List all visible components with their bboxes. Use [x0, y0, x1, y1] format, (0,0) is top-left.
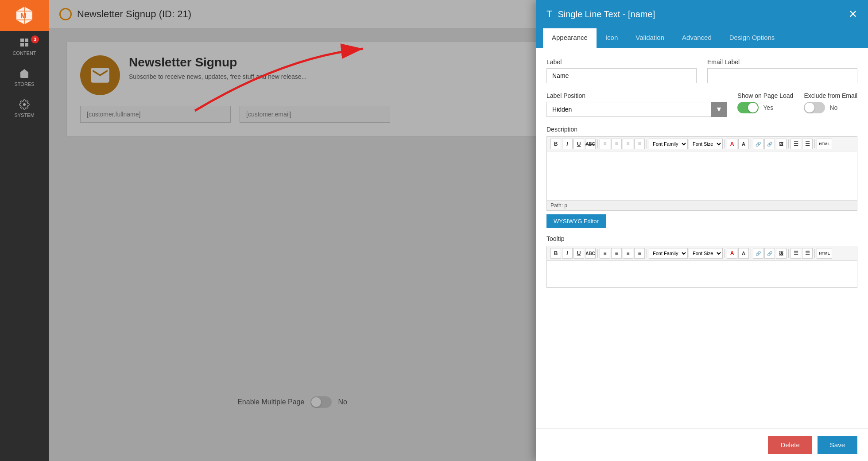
- tooltip-highlight[interactable]: A: [738, 248, 749, 259]
- toolbar-separator-2: [647, 139, 647, 148]
- tab-appearance[interactable]: Appearance: [543, 28, 597, 48]
- tooltip-underline-button[interactable]: U: [574, 248, 584, 259]
- justify-button[interactable]: ≡: [634, 139, 645, 149]
- label-position-group: Label Position Hidden Above Below Left R…: [546, 92, 727, 117]
- tooltip-strikethrough-button[interactable]: ABC: [585, 248, 596, 259]
- toolbar-separator-6: [814, 139, 815, 148]
- modal-tabs: Appearance Icon Validation Advanced Desi…: [536, 28, 868, 48]
- tooltip-link[interactable]: 🔗: [753, 248, 763, 259]
- sidebar-item-system[interactable]: SYSTEM: [0, 93, 49, 124]
- tooltip-italic-button[interactable]: I: [562, 248, 573, 259]
- svg-text:M: M: [20, 12, 26, 19]
- save-button[interactable]: Save: [818, 436, 857, 454]
- font-color-button[interactable]: A: [727, 139, 737, 149]
- image-button[interactable]: 🖼: [776, 139, 787, 149]
- exclude-from-email-group: Exclude from Email No: [804, 92, 857, 113]
- align-center-button[interactable]: ≡: [611, 139, 622, 149]
- email-label-group: Email Label: [707, 58, 857, 83]
- tooltip-editor: B I U ABC ≡ ≡ ≡ ≡ Font Family: [546, 246, 857, 288]
- tab-design-options[interactable]: Design Options: [721, 28, 784, 48]
- toolbar-separator-3: [725, 139, 725, 148]
- unlink-button[interactable]: 🔗: [764, 139, 775, 149]
- tooltip-toolbar: B I U ABC ≡ ≡ ≡ ≡ Font Family: [547, 246, 857, 261]
- toolbar-separator-1: [597, 139, 598, 148]
- tooltip-separator-5: [788, 249, 789, 258]
- sidebar-item-content[interactable]: 3 CONTENT: [0, 31, 49, 62]
- description-section: Description B I U ABC ≡ ≡ ≡ ≡ F: [546, 126, 857, 235]
- show-on-page-load-row: Yes: [737, 102, 793, 113]
- tab-advanced[interactable]: Advanced: [673, 28, 721, 48]
- options-row: Label Position Hidden Above Below Left R…: [546, 92, 857, 117]
- svg-rect-4: [25, 43, 28, 46]
- underline-button[interactable]: U: [574, 139, 584, 149]
- tab-icon[interactable]: Icon: [597, 28, 627, 48]
- label-position-label: Label Position: [546, 92, 727, 99]
- email-label-input[interactable]: [707, 68, 857, 83]
- wysiwyg-editor-button[interactable]: WYSIWYG Editor: [546, 214, 606, 228]
- email-label-field-label: Email Label: [707, 58, 857, 66]
- tooltip-justify[interactable]: ≡: [634, 248, 645, 259]
- strikethrough-button[interactable]: ABC: [585, 139, 596, 149]
- label-position-select-wrapper: Hidden Above Below Left Right ▼: [546, 102, 727, 117]
- label-position-select[interactable]: Hidden Above Below Left Right: [546, 102, 727, 117]
- bold-button[interactable]: B: [550, 139, 561, 149]
- align-left-button[interactable]: ≡: [600, 139, 610, 149]
- ul-button[interactable]: ☰: [790, 139, 801, 149]
- description-editor-body[interactable]: [547, 151, 857, 200]
- modal-title: Single Line Text - [name]: [558, 9, 843, 19]
- tooltip-align-right[interactable]: ≡: [623, 248, 633, 259]
- sidebar-item-content-label: CONTENT: [12, 50, 36, 56]
- tooltip-ol[interactable]: ☰: [802, 248, 813, 259]
- label-field-label: Label: [546, 58, 697, 66]
- tooltip-separator-2: [647, 249, 647, 258]
- font-family-select-desc[interactable]: Font Family: [649, 139, 688, 149]
- tooltip-label: Tooltip: [546, 235, 857, 242]
- label-group: Label: [546, 58, 697, 83]
- tooltip-separator-1: [597, 249, 598, 258]
- modal-header: T Single Line Text - [name] ✕: [536, 0, 868, 28]
- font-family-select-tooltip[interactable]: Font Family: [649, 248, 688, 259]
- tab-validation[interactable]: Validation: [627, 28, 673, 48]
- modal-close-button[interactable]: ✕: [849, 9, 857, 19]
- link-button[interactable]: 🔗: [753, 139, 763, 149]
- tooltip-unlink[interactable]: 🔗: [764, 248, 775, 259]
- tooltip-section: Tooltip B I U ABC ≡ ≡ ≡ ≡ Font: [546, 235, 857, 288]
- align-right-button[interactable]: ≡: [623, 139, 633, 149]
- modal-footer: Delete Save: [536, 428, 868, 461]
- tooltip-bold-button[interactable]: B: [550, 248, 561, 259]
- tooltip-ul[interactable]: ☰: [790, 248, 801, 259]
- exclude-from-email-row: No: [804, 102, 857, 113]
- html-button[interactable]: HTML: [817, 139, 832, 149]
- modal-body: Label Email Label Label Position Hidden …: [536, 48, 868, 428]
- highlight-button[interactable]: A: [738, 139, 749, 149]
- description-label: Description: [546, 126, 857, 133]
- description-toolbar: B I U ABC ≡ ≡ ≡ ≡ Font Family: [547, 137, 857, 151]
- description-editor: B I U ABC ≡ ≡ ≡ ≡ Font Family: [546, 136, 857, 211]
- tooltip-font-color[interactable]: A: [727, 248, 737, 259]
- svg-rect-3: [20, 43, 24, 46]
- tooltip-align-center[interactable]: ≡: [611, 248, 622, 259]
- tooltip-separator-3: [725, 249, 725, 258]
- tooltip-separator-6: [814, 249, 815, 258]
- tooltip-html[interactable]: HTML: [817, 248, 832, 259]
- modal: T Single Line Text - [name] ✕ Appearance…: [536, 0, 868, 461]
- content-badge: 3: [31, 35, 39, 43]
- description-editor-path: Path: p: [547, 200, 857, 210]
- sidebar-item-stores[interactable]: STORES: [0, 62, 49, 93]
- magento-logo[interactable]: M: [0, 0, 49, 31]
- show-on-page-load-value: Yes: [763, 104, 773, 111]
- tooltip-editor-body[interactable]: [547, 261, 857, 287]
- toolbar-separator-4: [751, 139, 751, 148]
- exclude-from-email-value: No: [829, 104, 837, 111]
- font-size-select-tooltip[interactable]: Font Size: [689, 248, 723, 259]
- delete-button[interactable]: Delete: [768, 436, 812, 454]
- font-size-select-desc[interactable]: Font Size: [689, 139, 723, 149]
- show-on-page-load-toggle[interactable]: [737, 102, 759, 113]
- ol-button[interactable]: ☰: [802, 139, 813, 149]
- tooltip-image[interactable]: 🖼: [776, 248, 787, 259]
- italic-button[interactable]: I: [562, 139, 573, 149]
- tooltip-align-left[interactable]: ≡: [600, 248, 610, 259]
- exclude-from-email-toggle[interactable]: [804, 102, 825, 113]
- label-input[interactable]: [546, 68, 697, 83]
- show-on-page-load-group: Show on Page Load Yes: [737, 92, 793, 113]
